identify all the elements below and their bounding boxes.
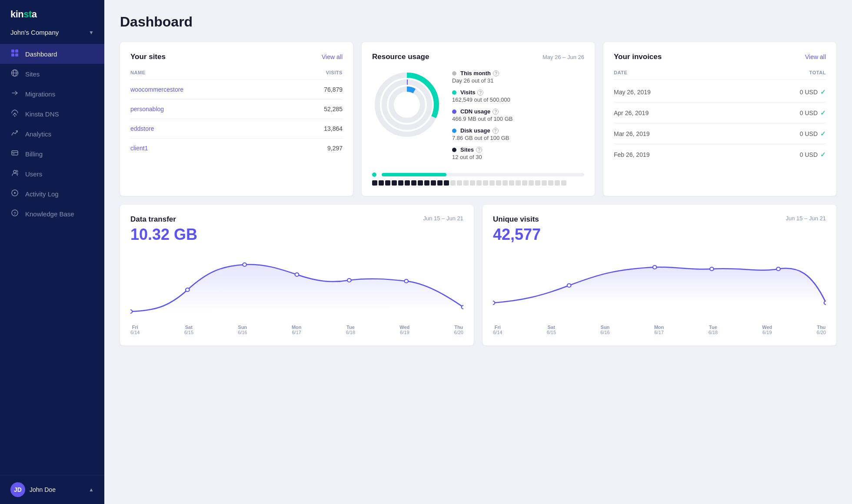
unique-visits-chart: [493, 251, 826, 320]
activity-log-icon: [10, 189, 19, 199]
data-transfer-value: 10.32 GB: [130, 225, 463, 244]
check-icon: ✓: [820, 129, 826, 138]
x-axis-label: Fri6/14: [130, 325, 140, 335]
disk-label: Disk usage: [460, 127, 490, 134]
sites-icon: [10, 69, 19, 79]
site-dot: [379, 180, 384, 186]
x-axis-label: Tue6/18: [346, 325, 355, 335]
svg-point-24: [186, 288, 190, 292]
visits-dot: [452, 90, 456, 95]
list-item: May 26, 2019 0 USD ✓: [614, 82, 826, 103]
resource-stats: This month ? Day 26 out of 31 Visits ? 1…: [452, 70, 584, 166]
sidebar-item-dashboard[interactable]: Dashboard: [0, 44, 104, 64]
site-dot: [483, 180, 488, 186]
site-dot: [542, 180, 547, 186]
nav-menu: Dashboard Sites Migrations: [0, 44, 104, 475]
dns-icon: [10, 109, 19, 119]
unique-visits-title: Unique visits: [493, 215, 539, 224]
table-row: client1 9,297: [130, 139, 343, 158]
x-axis-label: Thu6/20: [454, 325, 463, 335]
sites-label: Sites: [460, 146, 474, 153]
site-dot: [522, 180, 527, 186]
invoice-date: May 26, 2019: [614, 89, 651, 96]
sidebar-item-label: Analytics: [25, 130, 51, 138]
svg-point-32: [653, 265, 657, 269]
list-item: Feb 26, 2019 0 USD ✓: [614, 144, 826, 165]
sidebar-item-label: Activity Log: [25, 190, 59, 198]
site-dot: [535, 180, 540, 186]
sidebar-item-migrations[interactable]: Migrations: [0, 84, 104, 104]
your-sites-card: Your sites View all NAME VISITS woocomme…: [120, 42, 353, 196]
check-icon: ✓: [820, 150, 826, 159]
svg-rect-0: [11, 50, 14, 53]
svg-rect-2: [11, 53, 14, 56]
invoices-card-title: Your invoices: [614, 53, 662, 61]
x-axis-label: Wed6/19: [399, 325, 409, 335]
chevron-up-icon: ▲: [89, 487, 94, 493]
check-icon: ✓: [820, 88, 826, 96]
unique-visits-card: Unique visits Jun 15 – Jun 21 42,577: [483, 205, 836, 345]
sidebar-item-billing[interactable]: Billing: [0, 144, 104, 164]
svg-point-21: [391, 89, 423, 120]
site-link[interactable]: eddstore: [130, 125, 154, 132]
data-transfer-card: Data transfer Jun 15 – Jun 21 10.32 GB: [120, 205, 474, 345]
unique-visits-value: 42,577: [493, 225, 826, 244]
site-dot: [392, 180, 397, 186]
site-link[interactable]: woocommercestore: [130, 86, 183, 93]
sidebar-item-label: Sites: [25, 70, 40, 78]
svg-point-30: [493, 301, 495, 305]
site-dot: [444, 180, 449, 186]
svg-point-27: [347, 279, 351, 282]
invoice-amount: 0 USD ✓: [800, 150, 826, 159]
site-dot: [496, 180, 501, 186]
question-icon-5: ?: [476, 147, 482, 153]
svg-point-29: [462, 305, 463, 309]
sidebar-item-label: Users: [25, 170, 42, 178]
chevron-down-icon: ▼: [89, 30, 94, 36]
sidebar-item-sites[interactable]: Sites: [0, 64, 104, 84]
billing-icon: [10, 149, 19, 159]
resource-card-title: Resource usage: [372, 53, 429, 61]
svg-rect-8: [12, 151, 18, 155]
invoice-date: Feb 26, 2019: [614, 151, 650, 158]
site-dot: [398, 180, 403, 186]
x-axis-label: Sat6/15: [184, 325, 193, 335]
site-visits: 13,864: [287, 119, 343, 139]
svg-point-14: [14, 192, 16, 194]
main-content: Dashboard Your sites View all NAME VISIT…: [104, 0, 852, 504]
site-dot: [529, 180, 534, 186]
resource-date-range: May 26 – Jun 26: [542, 54, 584, 60]
invoices-view-all[interactable]: View all: [805, 53, 826, 60]
site-visits: 9,297: [287, 139, 343, 158]
invoices-list: May 26, 2019 0 USD ✓ Apr 26, 2019 0 USD …: [614, 82, 826, 165]
cdn-dot: [452, 109, 456, 114]
company-switcher[interactable]: John's Company ▼: [0, 24, 104, 44]
invoices-col-headers: DATE TOTAL: [614, 70, 826, 80]
x-axis-label: Sun6/16: [600, 325, 609, 335]
site-link[interactable]: client1: [130, 145, 148, 152]
this-month-label: This month: [460, 70, 491, 76]
svg-text:?: ?: [13, 211, 16, 216]
sidebar-item-analytics[interactable]: Analytics: [0, 124, 104, 144]
invoice-date: Apr 26, 2019: [614, 109, 649, 116]
svg-point-25: [243, 263, 246, 266]
site-link[interactable]: personablog: [130, 106, 164, 113]
sidebar-item-users[interactable]: Users: [0, 164, 104, 184]
sidebar-item-knowledge-base[interactable]: ? Knowledge Base: [0, 204, 104, 224]
svg-point-26: [295, 273, 299, 276]
site-dot: [509, 180, 514, 186]
sites-view-all[interactable]: View all: [322, 53, 343, 60]
sites-col-visits: VISITS: [287, 70, 343, 80]
svg-point-11: [13, 170, 16, 173]
invoice-amount: 0 USD ✓: [800, 129, 826, 138]
sidebar-item-kinsta-dns[interactable]: Kinsta DNS: [0, 104, 104, 124]
logo: kinsta: [0, 0, 104, 24]
cdn-value: 466.9 MB out of 100 GB: [452, 116, 584, 122]
sidebar-item-activity-log[interactable]: Activity Log: [0, 184, 104, 204]
your-invoices-card: Your invoices View all DATE TOTAL May 26…: [603, 42, 836, 196]
svg-point-35: [824, 301, 826, 305]
this-month-dot: [452, 71, 456, 76]
table-row: personablog 52,285: [130, 99, 343, 119]
user-menu[interactable]: JD John Doe ▲: [0, 475, 104, 504]
svg-point-28: [404, 279, 408, 283]
